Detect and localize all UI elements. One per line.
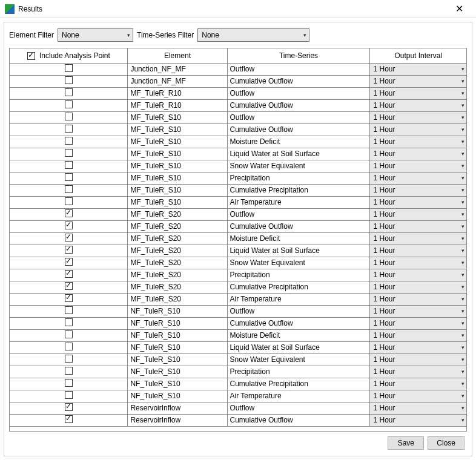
timeseries-cell[interactable]: Snow Water Equivalent [227,353,370,366]
element-cell[interactable]: Junction_NF_MF [128,75,227,87]
output-interval-combo[interactable]: 1 Hour▾ [370,330,466,341]
element-cell[interactable]: NF_TuleR_S10 [128,378,227,390]
timeseries-cell[interactable]: Cumulative Precipitation [227,184,370,196]
timeseries-cell[interactable]: Liquid Water at Soil Surface [227,245,370,257]
element-cell[interactable]: Junction_NF_MF [128,63,227,75]
output-interval-combo[interactable]: 1 Hour▾ [370,366,466,378]
include-checkbox[interactable] [65,64,73,72]
timeseries-cell[interactable]: Cumulative Precipitation [227,378,370,390]
timeseries-cell[interactable]: Moisture Deficit [227,329,370,341]
results-table-scroll[interactable]: Include Analysis Point Element Time-Seri… [10,48,466,431]
header-output[interactable]: Output Interval [370,48,466,63]
timeseries-cell[interactable]: Outflow [227,402,370,414]
timeseries-cell[interactable]: Outflow [227,63,370,75]
header-timeseries[interactable]: Time-Series [227,48,370,63]
element-cell[interactable]: MF_TuleR_S10 [128,196,227,208]
timeseries-cell[interactable]: Cumulative Precipitation [227,281,370,293]
include-checkbox[interactable] [65,403,73,411]
close-button[interactable]: Close [428,436,464,450]
element-cell[interactable]: NF_TuleR_S10 [128,341,227,353]
header-include-checkbox[interactable] [27,52,35,60]
element-cell[interactable]: ReservoirInflow [128,414,227,426]
timeseries-cell[interactable]: Cumulative Outflow [227,99,370,111]
element-cell[interactable]: MF_TuleR_S10 [128,160,227,172]
include-checkbox[interactable] [65,282,73,290]
include-checkbox[interactable] [65,270,73,278]
timeseries-cell[interactable]: Air Temperature [227,293,370,305]
include-checkbox[interactable] [65,222,73,229]
output-interval-combo[interactable]: 1 Hour▾ [370,354,466,366]
timeseries-cell[interactable]: Moisture Deficit [227,232,370,245]
output-interval-combo[interactable]: 1 Hour▾ [370,100,466,111]
include-checkbox[interactable] [65,209,73,217]
output-interval-combo[interactable]: 1 Hour▾ [370,257,466,269]
timeseries-cell[interactable]: Liquid Water at Soil Surface [227,341,370,353]
include-checkbox[interactable] [65,294,73,302]
timeseries-cell[interactable]: Cumulative Outflow [227,220,370,232]
timeseries-cell[interactable]: Outflow [227,87,370,99]
timeseries-cell[interactable]: Precipitation [227,366,370,378]
output-interval-combo[interactable]: 1 Hour▾ [370,76,466,87]
timeseries-cell[interactable]: Cumulative Outflow [227,317,370,329]
output-interval-combo[interactable]: 1 Hour▾ [370,136,466,148]
header-include[interactable]: Include Analysis Point [10,48,128,63]
timeseries-filter-combo[interactable]: None ▾ [197,28,309,42]
timeseries-cell[interactable]: Outflow [227,305,370,317]
output-interval-combo[interactable]: 1 Hour▾ [370,233,466,245]
element-cell[interactable]: MF_TuleR_S20 [128,257,227,269]
element-cell[interactable]: NF_TuleR_S10 [128,305,227,317]
element-cell[interactable]: MF_TuleR_S20 [128,232,227,245]
header-element[interactable]: Element [128,48,227,63]
output-interval-combo[interactable]: 1 Hour▾ [370,112,466,123]
include-checkbox[interactable] [65,258,73,266]
timeseries-cell[interactable]: Air Temperature [227,196,370,208]
output-interval-combo[interactable]: 1 Hour▾ [370,318,466,329]
element-cell[interactable]: ReservoirInflow [128,402,227,414]
element-cell[interactable]: MF_TuleR_R10 [128,99,227,111]
timeseries-cell[interactable]: Outflow [227,111,370,123]
element-cell[interactable]: MF_TuleR_S10 [128,184,227,196]
element-cell[interactable]: MF_TuleR_S20 [128,208,227,220]
close-icon[interactable]: ✕ [447,3,471,15]
element-cell[interactable]: MF_TuleR_S10 [128,123,227,136]
output-interval-combo[interactable]: 1 Hour▾ [370,197,466,208]
element-cell[interactable]: NF_TuleR_S10 [128,329,227,341]
include-checkbox[interactable] [65,379,73,387]
include-checkbox[interactable] [65,318,73,326]
timeseries-cell[interactable]: Air Temperature [227,390,370,402]
output-interval-combo[interactable]: 1 Hour▾ [370,281,466,293]
include-checkbox[interactable] [65,367,73,375]
timeseries-cell[interactable]: Cumulative Outflow [227,75,370,87]
element-cell[interactable]: MF_TuleR_S10 [128,172,227,184]
include-checkbox[interactable] [65,355,73,363]
timeseries-cell[interactable]: Liquid Water at Soil Surface [227,148,370,160]
include-checkbox[interactable] [65,100,73,108]
element-cell[interactable]: NF_TuleR_S10 [128,366,227,378]
include-checkbox[interactable] [65,137,73,145]
element-cell[interactable]: MF_TuleR_S10 [128,136,227,148]
include-checkbox[interactable] [65,76,73,84]
element-cell[interactable]: NF_TuleR_S10 [128,390,227,402]
output-interval-combo[interactable]: 1 Hour▾ [370,185,466,196]
element-cell[interactable]: MF_TuleR_S20 [128,293,227,305]
output-interval-combo[interactable]: 1 Hour▾ [370,390,466,402]
include-checkbox[interactable] [65,113,73,120]
include-checkbox[interactable] [65,330,73,338]
include-checkbox[interactable] [65,185,73,193]
include-checkbox[interactable] [65,125,73,133]
timeseries-cell[interactable]: Cumulative Outflow [227,123,370,136]
timeseries-cell[interactable]: Precipitation [227,172,370,184]
output-interval-combo[interactable]: 1 Hour▾ [370,64,466,75]
timeseries-cell[interactable]: Snow Water Equivalent [227,160,370,172]
output-interval-combo[interactable]: 1 Hour▾ [370,342,466,353]
element-cell[interactable]: MF_TuleR_R10 [128,87,227,99]
output-interval-combo[interactable]: 1 Hour▾ [370,209,466,220]
include-checkbox[interactable] [65,197,73,205]
element-cell[interactable]: MF_TuleR_S20 [128,245,227,257]
include-checkbox[interactable] [65,343,73,350]
timeseries-cell[interactable]: Moisture Deficit [227,136,370,148]
include-checkbox[interactable] [65,415,73,423]
element-cell[interactable]: MF_TuleR_S20 [128,281,227,293]
include-checkbox[interactable] [65,246,73,254]
output-interval-combo[interactable]: 1 Hour▾ [370,172,466,184]
